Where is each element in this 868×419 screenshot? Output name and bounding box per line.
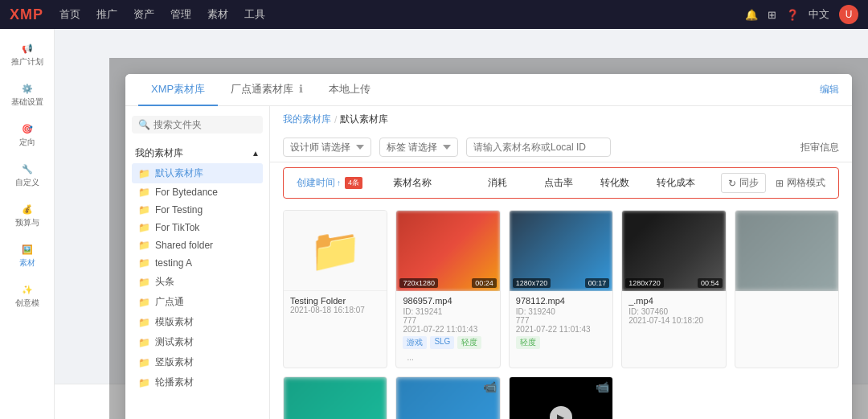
modal-tabs: XMP素材库 厂点通素材库 ℹ 本地上传 编辑 bbox=[125, 74, 852, 106]
video-score: 777 bbox=[516, 316, 606, 325]
folder-name: Testing Folder bbox=[290, 296, 380, 306]
audit-info[interactable]: 拒审信息 bbox=[800, 141, 839, 154]
tree-item-bytedance[interactable]: 📁 For Bytedance bbox=[132, 183, 263, 201]
tree-item-test-material[interactable]: 📁 测试素材 bbox=[132, 332, 263, 352]
video-date: 2021-07-14 10:18:20 bbox=[628, 316, 719, 325]
grid-icon[interactable]: ⊞ bbox=[768, 9, 776, 21]
my-library-header[interactable]: 我的素材库 ▲ bbox=[132, 143, 263, 163]
video-camera-icon: 📹 bbox=[483, 380, 497, 393]
breadcrumb-separator: / bbox=[334, 114, 337, 125]
modal-left-panel: 🔍 我的素材库 ▲ 📁 默认素材库 bbox=[125, 106, 270, 419]
tree-item-default[interactable]: 📁 默认素材库 bbox=[132, 163, 263, 183]
settings-icon: ⚙️ bbox=[22, 84, 33, 94]
nav-material[interactable]: 素材 bbox=[207, 7, 228, 22]
nav-tools[interactable]: 工具 bbox=[244, 7, 265, 22]
asset-card-row2-3[interactable]: 📹 bbox=[395, 376, 500, 419]
nav-manage[interactable]: 管理 bbox=[170, 7, 191, 22]
avatar[interactable]: U bbox=[839, 5, 858, 24]
asset-card-folder[interactable]: 📁 Testing Folder 2021-08-18 16:18:07 bbox=[283, 210, 387, 368]
sort-date[interactable]: 创建时间 ↑ 4条 bbox=[297, 176, 393, 190]
sidebar-item-targeting[interactable]: 🎯 定向 bbox=[0, 119, 54, 153]
video-tags: 游戏 SLG 轻度 ... bbox=[403, 336, 493, 363]
megaphone-icon: 📢 bbox=[22, 43, 33, 54]
asset-card-row2-4[interactable]: ▶ 📹 bbox=[509, 376, 613, 419]
tree-item-testing[interactable]: 📁 For Testing bbox=[132, 201, 263, 219]
creative-icon: ✨ bbox=[22, 285, 33, 295]
grid-mode-button[interactable]: ⊞ 网格模式 bbox=[776, 176, 825, 190]
modal-body: 🔍 我的素材库 ▲ 📁 默认素材库 bbox=[125, 106, 852, 419]
video-score: 777 bbox=[403, 316, 493, 325]
asset-card-row2-2[interactable] bbox=[283, 376, 387, 419]
bell-icon[interactable]: 🔔 bbox=[745, 9, 758, 21]
nav-assets[interactable]: 资产 bbox=[133, 7, 154, 22]
filters-row: 设计师 请选择 标签 请选择 拒审信息 bbox=[270, 133, 852, 162]
tree-item-tiktok[interactable]: 📁 For TikTok bbox=[132, 219, 263, 236]
modal-right-panel: 我的素材库 / 默认素材库 设计师 请选择 标签 请选择 bbox=[270, 106, 852, 419]
logo: XMP bbox=[10, 6, 43, 23]
asset-card-row2-1[interactable] bbox=[735, 210, 839, 368]
budget-icon: 💰 bbox=[22, 204, 33, 215]
dimension-badge: 720x1280 bbox=[399, 278, 438, 288]
folder-large-icon: 📁 bbox=[309, 226, 362, 275]
tree-item-guangdian[interactable]: 📁 广点通 bbox=[132, 292, 263, 312]
folder-icon: 📁 bbox=[138, 204, 150, 216]
tab-xmp-library[interactable]: XMP素材库 bbox=[138, 74, 218, 106]
sidebar-item-material[interactable]: 🖼️ 素材 bbox=[0, 240, 54, 273]
video-id: ID: 319240 bbox=[516, 307, 606, 316]
grid-view-icon: ⊞ bbox=[776, 178, 784, 189]
sort-consume[interactable]: 消耗 bbox=[488, 176, 544, 190]
help-icon[interactable]: ❓ bbox=[786, 9, 799, 21]
asset-card-video-2[interactable]: 1280x720 00:17 978112.mp4 ID: 319240 777… bbox=[509, 210, 613, 368]
table-header: 创建时间 ↑ 4条 素材名称 消耗 bbox=[283, 167, 839, 199]
play-button[interactable]: ▶ bbox=[550, 406, 572, 419]
tree-item-shared[interactable]: 📁 Shared folder bbox=[132, 236, 263, 254]
folder-search-box[interactable]: 🔍 bbox=[132, 116, 263, 134]
sidebar-item-creative[interactable]: ✨ 创意模 bbox=[0, 280, 54, 314]
breadcrumb-parent[interactable]: 我的素材库 bbox=[283, 113, 331, 126]
header-actions: ↻ 同步 ⊞ 网格模式 bbox=[721, 173, 825, 193]
sidebar-item-basic[interactable]: ⚙️ 基础设置 bbox=[0, 79, 54, 113]
tree-item-testing-a[interactable]: 📁 testing A bbox=[132, 254, 263, 272]
material-search-input[interactable] bbox=[466, 138, 611, 157]
folder-icon: 📁 bbox=[138, 187, 150, 198]
designer-filter[interactable]: 设计师 请选择 bbox=[283, 138, 371, 157]
nav-home[interactable]: 首页 bbox=[59, 7, 80, 22]
tree-item-template[interactable]: 📁 模版素材 bbox=[132, 312, 263, 332]
asset-card-video-3[interactable]: 1280x720 00:54 _.mp4 ID: 307460 2021-07-… bbox=[621, 210, 726, 368]
sync-button[interactable]: ↻ 同步 bbox=[721, 173, 766, 193]
customize-icon: 🔧 bbox=[22, 164, 33, 175]
folder-search-input[interactable] bbox=[154, 119, 256, 130]
target-icon: 🎯 bbox=[22, 124, 33, 134]
sidebar-item-promotion[interactable]: 📢 推广计划 bbox=[0, 39, 54, 72]
sort-ctr[interactable]: 点击率 bbox=[544, 176, 600, 190]
video-camera-icon: 📹 bbox=[596, 380, 609, 393]
tag-filter[interactable]: 标签 请选择 bbox=[379, 138, 458, 157]
asset-grid: 📁 Testing Folder 2021-08-18 16:18:07 bbox=[270, 203, 852, 419]
sidebar-item-custom[interactable]: 🔧 自定义 bbox=[0, 159, 54, 193]
nav-promotion[interactable]: 推广 bbox=[96, 7, 117, 22]
sort-cost[interactable]: 转化成本 bbox=[657, 176, 721, 190]
folder-icon: 📁 bbox=[138, 337, 150, 348]
sort-convert[interactable]: 转化数 bbox=[600, 176, 657, 190]
tree-item-carousel[interactable]: 📁 轮播素材 bbox=[132, 372, 263, 392]
sync-icon: ↻ bbox=[728, 178, 736, 189]
folder-icon: 📁 bbox=[138, 240, 150, 251]
edit-link[interactable]: 编辑 bbox=[820, 83, 839, 97]
tree-item-toutiao[interactable]: 📁 头条 bbox=[132, 272, 263, 292]
folder-icon: 📁 bbox=[138, 357, 150, 368]
asset-card-video-1[interactable]: 720x1280 00:24 986957.mp4 ID: 319241 777… bbox=[395, 210, 500, 368]
image-icon: 🖼️ bbox=[22, 244, 33, 255]
video-tags: 轻度 bbox=[516, 336, 606, 349]
folder-icon: 📁 bbox=[138, 377, 150, 388]
video-date: 2021-07-22 11:01:43 bbox=[516, 325, 606, 334]
sidebar-item-budget[interactable]: 💰 预算与 bbox=[0, 199, 54, 233]
lang-selector[interactable]: 中文 bbox=[809, 7, 829, 22]
tab-factory-library[interactable]: 厂点通素材库 ℹ bbox=[218, 74, 316, 106]
breadcrumb: 我的素材库 / 默认素材库 bbox=[270, 106, 852, 133]
sort-name[interactable]: 素材名称 bbox=[393, 176, 488, 190]
tree-item-vertical[interactable]: 📁 竖版素材 bbox=[132, 352, 263, 372]
tab-local-upload[interactable]: 本地上传 bbox=[316, 74, 383, 106]
date-badge: 4条 bbox=[345, 177, 362, 189]
search-icon: 🔍 bbox=[138, 119, 150, 130]
topnav-right: 🔔 ⊞ ❓ 中文 U bbox=[745, 5, 858, 24]
